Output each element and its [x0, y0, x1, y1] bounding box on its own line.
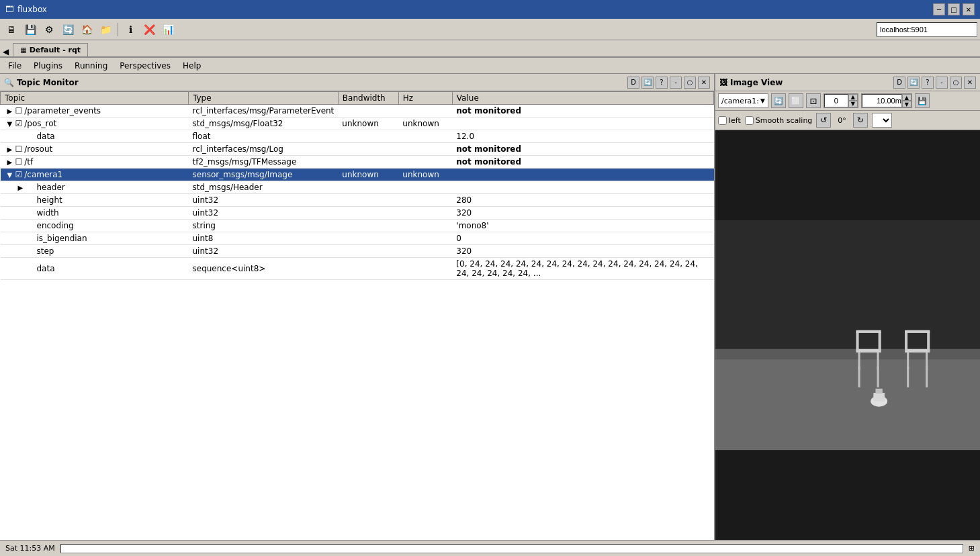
row-bandwidth-cell — [338, 143, 398, 156]
tm-ctrl-refresh[interactable]: 🔄 — [641, 77, 654, 89]
iv-refresh-btn[interactable]: 🔄 — [771, 93, 786, 108]
tab-default-rqt[interactable]: ▦ Default - rqt — [13, 43, 88, 56]
iv-fit-btn[interactable]: ⬜ — [789, 93, 803, 108]
row-value-cell: 320 — [452, 245, 713, 258]
close-button[interactable]: ✕ — [963, 3, 975, 15]
table-row[interactable]: ▶☐/tftf2_msgs/msg/TFMessagenot monitored — [1, 156, 714, 169]
expand-icon[interactable]: ▶ — [18, 184, 26, 191]
menu-plugins[interactable]: Plugins — [28, 60, 68, 72]
toolbar-save-btn[interactable]: 💾 — [21, 21, 39, 38]
menu-file[interactable]: File — [3, 60, 27, 72]
tm-ctrl-minus[interactable]: - — [670, 77, 682, 89]
row-bandwidth-cell — [338, 245, 398, 258]
iv-ctrl-circle[interactable]: ○ — [950, 77, 962, 89]
row-checkbox[interactable]: ☐ — [15, 144, 23, 154]
tab-nav-prev[interactable]: ◀ — [3, 47, 9, 56]
row-value-cell: 320 — [452, 207, 713, 220]
status-icon: ⊞ — [969, 544, 975, 553]
smooth-scaling-label: Smooth scaling — [756, 116, 813, 125]
row-topic-cell: encoding — [1, 220, 189, 232]
toolbar-home-btn[interactable]: 🏠 — [78, 21, 95, 38]
table-row[interactable]: datasequence<uint8>[0, 24, 24, 24, 24, 2… — [1, 258, 714, 280]
row-hz-cell — [398, 156, 452, 169]
rotation-value: 0° — [835, 115, 849, 126]
iv-ctrl-help[interactable]: ? — [922, 77, 934, 89]
row-type-cell: sequence<uint8> — [189, 258, 339, 280]
expand-icon[interactable]: ▼ — [7, 120, 15, 128]
table-row[interactable]: stepuint32320 — [1, 245, 714, 258]
iv-export-btn[interactable]: 💾 — [915, 93, 930, 108]
row-checkbox[interactable]: ☑ — [15, 119, 23, 128]
iv-ctrl-d[interactable]: D — [893, 77, 905, 89]
expand-icon[interactable]: ▶ — [7, 158, 15, 166]
iv-zoom-reset-btn[interactable]: ⊡ — [806, 93, 821, 108]
table-row[interactable]: ▶☐/rosoutrcl_interfaces/msg/Lognot monit… — [1, 143, 714, 156]
table-row[interactable]: ▶☐/parameter_eventsrcl_interfaces/msg/Pa… — [1, 105, 714, 118]
row-type-cell: string — [189, 220, 339, 232]
row-checkbox[interactable]: ☑ — [15, 170, 23, 179]
menu-running[interactable]: Running — [69, 60, 113, 72]
table-header-row: Topic Type Bandwidth Hz Value — [1, 92, 714, 105]
distance-control: ▲ ▼ — [861, 93, 912, 108]
tm-ctrl-help[interactable]: ? — [656, 77, 668, 89]
distance-up-btn[interactable]: ▲ — [902, 94, 911, 101]
iv-ctrl-minus[interactable]: - — [936, 77, 948, 89]
table-row[interactable]: heightuint32280 — [1, 194, 714, 207]
topic-monitor-label: Topic Monitor — [17, 78, 79, 87]
rotate-ccw-btn[interactable]: ↺ — [816, 113, 831, 128]
distance-input[interactable] — [862, 94, 902, 107]
row-type-cell: uint32 — [189, 207, 339, 220]
expand-icon[interactable]: ▶ — [7, 107, 15, 115]
smooth-scaling-checkbox[interactable] — [745, 116, 754, 125]
toolbar-folder-btn[interactable]: 📁 — [97, 21, 114, 38]
row-value-cell: 280 — [452, 194, 713, 207]
row-topic-cell: ▶☐/parameter_events — [1, 105, 189, 118]
menu-help[interactable]: Help — [177, 60, 206, 72]
image-view-icon: 🖼 — [719, 78, 727, 87]
tm-ctrl-circle[interactable]: ○ — [684, 77, 696, 89]
camera-topic-dropdown[interactable]: /camera1: ▼ — [718, 93, 768, 108]
row-hz-cell — [398, 181, 452, 194]
zoom-down-btn[interactable]: ▼ — [848, 101, 858, 107]
row-type-cell: sensor_msgs/msg/Image — [189, 169, 339, 181]
table-row[interactable]: ▼☑/pos_rotstd_msgs/msg/Float32unknownunk… — [1, 118, 714, 130]
expand-icon[interactable]: ▶ — [7, 146, 15, 153]
table-row[interactable]: widthuint32320 — [1, 207, 714, 220]
tm-ctrl-d[interactable]: D — [627, 77, 639, 89]
row-checkbox[interactable]: ☐ — [15, 106, 23, 115]
left-checkbox[interactable] — [718, 116, 727, 125]
tm-ctrl-close[interactable]: ✕ — [698, 77, 710, 89]
table-row[interactable]: ▼☑/camera1sensor_msgs/msg/Imageunknownun… — [1, 169, 714, 181]
toolbar-separator — [118, 23, 118, 36]
row-bandwidth-cell — [338, 207, 398, 220]
row-topic-label: data — [37, 132, 55, 141]
toolbar-refresh-btn[interactable]: 🔄 — [59, 21, 77, 38]
row-bandwidth-cell — [338, 130, 398, 143]
toolbar-close-btn[interactable]: ❌ — [140, 21, 158, 38]
toolbar-chart-btn[interactable]: 📊 — [159, 21, 177, 38]
topic-table-container[interactable]: Topic Type Bandwidth Hz Value ▶☐/paramet… — [0, 91, 714, 540]
toolbar-monitor-btn[interactable]: 🖥 — [3, 21, 20, 38]
zoom-up-btn[interactable]: ▲ — [848, 94, 858, 101]
table-row[interactable]: ▶headerstd_msgs/Header — [1, 181, 714, 194]
zoom-input[interactable] — [824, 94, 848, 107]
menu-perspectives[interactable]: Perspectives — [114, 60, 176, 72]
table-row[interactable]: datafloat12.0 — [1, 130, 714, 143]
toolbar-info-btn[interactable]: ℹ — [122, 21, 139, 38]
rotate-cw-btn[interactable]: ↻ — [853, 113, 868, 128]
iv-ctrl-close[interactable]: ✕ — [964, 77, 976, 89]
expand-icon[interactable]: ▼ — [7, 171, 15, 179]
row-checkbox[interactable]: ☐ — [15, 157, 23, 167]
distance-down-btn[interactable]: ▼ — [902, 101, 911, 107]
iv-ctrl-refresh[interactable]: 🔄 — [907, 77, 920, 89]
minimize-button[interactable]: ─ — [933, 3, 945, 15]
table-row[interactable]: is_bigendianuint80 — [1, 232, 714, 245]
tab-prev-icon[interactable]: ◀ — [3, 47, 9, 56]
server-input[interactable] — [877, 22, 977, 37]
table-row[interactable]: encodingstring'mono8' — [1, 220, 714, 232]
maximize-button[interactable]: □ — [948, 3, 960, 15]
svg-rect-3 — [715, 359, 980, 450]
dropdown-arrow-icon: ▼ — [760, 97, 765, 104]
rotation-dropdown[interactable] — [872, 113, 892, 128]
toolbar-settings-btn[interactable]: ⚙ — [40, 21, 58, 38]
